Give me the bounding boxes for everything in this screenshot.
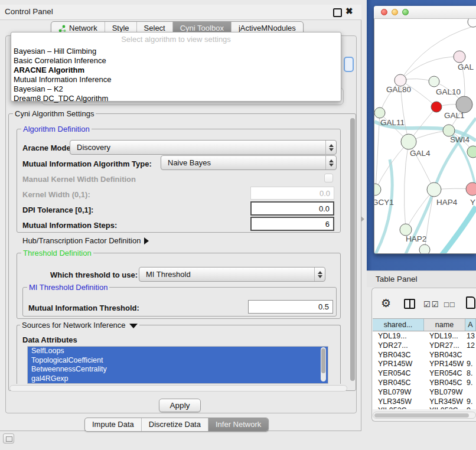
close-icon[interactable]: ✖ — [345, 6, 353, 17]
network-canvas[interactable]: GALGAL80GAL10GAL1GAL11SWI4GAL4GCY1HAP4YH… — [374, 19, 476, 253]
float-icon[interactable] — [333, 8, 342, 17]
data-attributes-list[interactable]: SelfLoopsTopologicalCoefficientBetweenne… — [27, 346, 328, 384]
table-panel-title: Table Panel — [376, 275, 418, 283]
network-node[interactable] — [468, 19, 476, 27]
column-header[interactable]: name — [424, 319, 465, 331]
table-horizontal-scrollbar[interactable] — [373, 412, 476, 419]
unchecked-pair-icon[interactable]: □□ — [444, 300, 456, 309]
table-cell: YDR27... — [424, 341, 465, 351]
attributes-scrollbar[interactable] — [321, 347, 326, 381]
table-row[interactable]: YER054CYER054C8. — [373, 369, 476, 379]
table-cell: YBL079W — [424, 388, 465, 397]
tab-discretize-data[interactable]: Discretize Data — [141, 418, 208, 431]
network-edge[interactable] — [442, 207, 476, 253]
settings-scrollbar-thumb[interactable] — [350, 118, 355, 381]
table-cell: YBR043C — [373, 351, 424, 360]
tab-impute-data[interactable]: Impute Data — [85, 418, 141, 431]
columns-icon[interactable] — [404, 299, 415, 309]
aracne-mode-combo[interactable]: Discovery — [70, 140, 337, 155]
algorithm-combo-focus-edge[interactable] — [344, 57, 354, 72]
network-node-gal[interactable] — [454, 51, 465, 63]
network-node[interactable] — [467, 146, 476, 158]
network-node-hap4[interactable] — [427, 182, 441, 197]
algorithm-option[interactable]: Basic Correlation Inference — [11, 56, 341, 66]
table-row[interactable]: YBR043CYBR043C — [373, 351, 476, 360]
column-header[interactable]: A — [465, 319, 476, 331]
network-node-label: GCY1 — [374, 198, 394, 207]
apply-button[interactable]: Apply — [159, 399, 201, 412]
network-node-swi4[interactable] — [443, 125, 455, 136]
network-edge[interactable] — [404, 142, 409, 230]
table-row[interactable]: YIL052CYIL052C9. — [373, 406, 476, 409]
network-node-gal10[interactable] — [429, 76, 439, 87]
table-cell: 12 — [465, 341, 476, 351]
algorithm-option[interactable]: Mutual Information Inference — [11, 75, 341, 84]
network-node-gal80[interactable] — [395, 74, 406, 86]
combo-stepper-icon — [325, 141, 336, 154]
sources-title-toggle[interactable]: Sources for Network Inference — [20, 321, 139, 330]
mi-steps-label: Mutual Information Steps: — [22, 221, 117, 230]
data-attribute-item[interactable]: TopologicalCoefficient — [28, 356, 328, 366]
settings-scrollbar[interactable] — [349, 116, 356, 389]
panel-splitter-handle[interactable] — [361, 216, 364, 222]
mi-type-combo[interactable]: Naive Bayes — [161, 155, 337, 170]
network-window-titlebar — [374, 6, 476, 19]
checked-pair-icon[interactable]: ☑☑ — [423, 300, 439, 309]
table-row[interactable]: YBR045CYBR045C9. — [373, 379, 476, 388]
show-panel-button[interactable] — [3, 433, 14, 444]
kernel-width-field[interactable]: 0.0 — [250, 187, 334, 200]
network-icon — [58, 25, 66, 32]
settings-horizontal-scrollbar[interactable] — [9, 385, 347, 392]
algorithm-option[interactable]: Dream8 DC_TDC Algorithm — [11, 94, 341, 103]
gear-icon[interactable]: ⚙ — [381, 298, 391, 309]
dpi-tolerance-label: DPI Tolerance [0,1]: — [22, 206, 93, 214]
mi-steps-field[interactable]: 6 — [250, 217, 334, 231]
network-node-y[interactable] — [466, 182, 476, 195]
attributes-scrollbar-thumb[interactable] — [321, 348, 325, 373]
dpi-tolerance-field[interactable]: 0.0 — [250, 201, 334, 216]
column-header[interactable]: shared... — [373, 319, 424, 331]
which-threshold-value: MI Threshold — [139, 270, 314, 279]
which-threshold-combo[interactable]: MI Threshold — [139, 267, 325, 282]
table-row[interactable]: YBL079WYBL079W — [373, 388, 476, 397]
table-cell: 8. — [465, 369, 476, 379]
document-icon[interactable] — [466, 296, 475, 309]
algorithm-dropdown-placeholder: Select algorithm to view settings — [11, 32, 341, 47]
algorithm-option[interactable]: ARACNE Algorithm — [11, 66, 341, 75]
table-row[interactable]: YDR27...YDR27...12 — [373, 341, 476, 351]
data-attributes-label: Data Attributes — [22, 335, 77, 344]
table-cell: YIL052C — [424, 406, 465, 409]
network-node[interactable] — [419, 244, 430, 253]
table-row[interactable]: YDL19...YDL19...13 — [373, 332, 476, 341]
tab-infer-network[interactable]: Infer Network — [208, 418, 268, 431]
screen: Control Panel ✖ NetworkStyleSelectCyni T… — [0, 0, 476, 450]
network-node-gal1[interactable] — [431, 102, 442, 112]
network-node-gal11[interactable] — [374, 107, 385, 118]
control-panel-titlebar — [0, 5, 361, 20]
data-attribute-item[interactable]: SelfLoops — [28, 347, 328, 356]
table-rows: YDL19...YDL19...13YDR27...YDR27...12YBR0… — [373, 332, 476, 409]
mi-threshold-field[interactable]: 0.5 — [248, 300, 333, 314]
network-node[interactable] — [456, 96, 472, 113]
manual-kernel-checkbox[interactable] — [324, 174, 333, 182]
network-node-hap2[interactable] — [400, 224, 412, 236]
network-node-gal4[interactable] — [401, 134, 416, 149]
hub-tf-section-toggle[interactable]: Hub/Transcription Factor Definition — [22, 236, 149, 245]
table-header-row: shared...nameA — [373, 318, 476, 331]
tab-label: Impute Data — [92, 420, 134, 429]
network-node-label: HAP4 — [436, 198, 458, 207]
table-cell: YIL052C — [373, 406, 424, 409]
table-row[interactable]: YPR145WYPR145W9. — [373, 360, 476, 369]
minimize-traffic-light[interactable] — [392, 9, 398, 15]
data-attribute-item[interactable]: gal4RGexp — [28, 374, 328, 384]
table-row[interactable]: YLR345WYLR345W9. — [373, 397, 476, 407]
data-attribute-item[interactable]: BetweennessCentrality — [28, 365, 328, 374]
table-cell: YBR043C — [424, 351, 465, 360]
algorithm-option[interactable]: Bayesian – K2 — [11, 84, 341, 94]
table-hscrollbar-thumb[interactable] — [374, 413, 469, 418]
network-node-gcy1[interactable] — [374, 184, 381, 195]
algorithm-option[interactable]: Bayesian – Hill Climbing — [11, 47, 341, 56]
zoom-traffic-light[interactable] — [402, 9, 409, 15]
close-traffic-light[interactable] — [381, 9, 387, 15]
mi-threshold-label: Mutual Information Threshold: — [28, 304, 139, 312]
